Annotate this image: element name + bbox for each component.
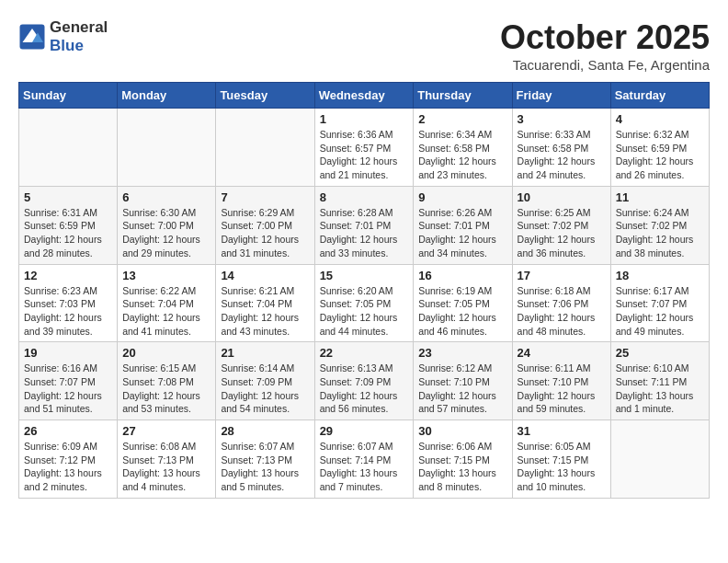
day-info: Sunrise: 6:18 AM Sunset: 7:06 PM Dayligh… [518,284,606,339]
calendar-cell: 8Sunrise: 6:28 AM Sunset: 7:01 PM Daylig… [314,186,414,264]
calendar-cell: 29Sunrise: 6:07 AM Sunset: 7:14 PM Dayli… [314,420,414,499]
calendar-cell: 15Sunrise: 6:20 AM Sunset: 7:05 PM Dayli… [314,264,414,342]
day-info: Sunrise: 6:15 AM Sunset: 7:08 PM Dayligh… [122,362,210,416]
day-number: 15 [320,269,409,282]
day-number: 24 [518,346,606,360]
logo-blue: Blue [50,37,84,54]
calendar-cell: 4Sunrise: 6:32 AM Sunset: 6:59 PM Daylig… [610,109,709,187]
logo-icon [18,23,46,51]
calendar-cell: 13Sunrise: 6:22 AM Sunset: 7:04 PM Dayli… [118,264,216,342]
day-number: 10 [518,190,606,204]
day-info: Sunrise: 6:23 AM Sunset: 7:03 PM Dayligh… [24,284,112,339]
day-info: Sunrise: 6:09 AM Sunset: 7:12 PM Dayligh… [24,440,112,494]
title-area: October 2025 Tacuarendi, Santa Fe, Argen… [500,18,710,73]
day-info: Sunrise: 6:17 AM Sunset: 7:07 PM Dayligh… [616,284,704,339]
day-number: 13 [122,269,210,282]
day-number: 2 [418,112,506,126]
calendar-cell: 25Sunrise: 6:10 AM Sunset: 7:11 PM Dayli… [610,342,709,420]
month-title: October 2025 [500,18,710,57]
day-number: 6 [122,190,210,204]
day-info: Sunrise: 6:30 AM Sunset: 7:00 PM Dayligh… [122,206,210,260]
day-number: 30 [418,424,506,438]
day-info: Sunrise: 6:08 AM Sunset: 7:13 PM Dayligh… [122,440,210,494]
calendar-cell: 5Sunrise: 6:31 AM Sunset: 6:59 PM Daylig… [19,186,118,264]
header-thursday: Thursday [414,83,512,109]
header-monday: Monday [118,83,216,109]
day-info: Sunrise: 6:14 AM Sunset: 7:09 PM Dayligh… [221,362,309,416]
day-number: 29 [320,424,409,438]
calendar-cell: 11Sunrise: 6:24 AM Sunset: 7:02 PM Dayli… [610,186,709,264]
day-number: 7 [221,190,309,204]
calendar-cell: 18Sunrise: 6:17 AM Sunset: 7:07 PM Dayli… [610,264,709,342]
day-number: 26 [24,424,112,438]
calendar-cell: 19Sunrise: 6:16 AM Sunset: 7:07 PM Dayli… [19,342,118,420]
calendar-header-row: SundayMondayTuesdayWednesdayThursdayFrid… [19,83,710,109]
day-number: 20 [122,346,210,360]
calendar-week-3: 12Sunrise: 6:23 AM Sunset: 7:03 PM Dayli… [19,264,710,342]
day-info: Sunrise: 6:20 AM Sunset: 7:05 PM Dayligh… [320,284,409,339]
day-info: Sunrise: 6:06 AM Sunset: 7:15 PM Dayligh… [418,440,506,494]
day-number: 16 [418,269,506,282]
calendar-cell: 24Sunrise: 6:11 AM Sunset: 7:10 PM Dayli… [512,342,610,420]
day-number: 9 [418,190,506,204]
day-number: 31 [518,424,606,438]
day-info: Sunrise: 6:36 AM Sunset: 6:57 PM Dayligh… [320,128,409,182]
day-number: 8 [320,190,409,204]
day-number: 3 [518,112,606,126]
calendar-cell: 1Sunrise: 6:36 AM Sunset: 6:57 PM Daylig… [314,109,414,187]
day-info: Sunrise: 6:21 AM Sunset: 7:04 PM Dayligh… [221,284,309,339]
day-info: Sunrise: 6:16 AM Sunset: 7:07 PM Dayligh… [24,362,112,416]
day-number: 21 [221,346,309,360]
header-sunday: Sunday [19,83,118,109]
calendar-cell: 16Sunrise: 6:19 AM Sunset: 7:05 PM Dayli… [414,264,512,342]
day-info: Sunrise: 6:28 AM Sunset: 7:01 PM Dayligh… [320,206,409,260]
location-subtitle: Tacuarendi, Santa Fe, Argentina [500,57,710,73]
calendar-cell: 22Sunrise: 6:13 AM Sunset: 7:09 PM Dayli… [314,342,414,420]
calendar-cell: 28Sunrise: 6:07 AM Sunset: 7:13 PM Dayli… [216,420,314,499]
calendar-cell: 30Sunrise: 6:06 AM Sunset: 7:15 PM Dayli… [414,420,512,499]
header-tuesday: Tuesday [216,83,314,109]
day-number: 4 [616,112,704,126]
calendar-cell: 17Sunrise: 6:18 AM Sunset: 7:06 PM Dayli… [512,264,610,342]
day-number: 18 [616,269,704,282]
day-number: 17 [518,269,606,282]
day-number: 11 [616,190,704,204]
calendar-cell: 6Sunrise: 6:30 AM Sunset: 7:00 PM Daylig… [118,186,216,264]
day-number: 25 [616,346,704,360]
day-info: Sunrise: 6:12 AM Sunset: 7:10 PM Dayligh… [418,362,506,416]
calendar-cell: 21Sunrise: 6:14 AM Sunset: 7:09 PM Dayli… [216,342,314,420]
calendar-cell [610,420,709,499]
day-number: 22 [320,346,409,360]
calendar-cell: 14Sunrise: 6:21 AM Sunset: 7:04 PM Dayli… [216,264,314,342]
day-info: Sunrise: 6:34 AM Sunset: 6:58 PM Dayligh… [418,128,506,182]
logo: General Blue [18,18,108,55]
day-number: 28 [221,424,309,438]
logo-general: General [50,18,108,36]
calendar-cell: 27Sunrise: 6:08 AM Sunset: 7:13 PM Dayli… [118,420,216,499]
day-info: Sunrise: 6:11 AM Sunset: 7:10 PM Dayligh… [518,362,606,416]
calendar-cell: 12Sunrise: 6:23 AM Sunset: 7:03 PM Dayli… [19,264,118,342]
day-number: 23 [418,346,506,360]
day-info: Sunrise: 6:32 AM Sunset: 6:59 PM Dayligh… [616,128,704,182]
calendar-week-1: 1Sunrise: 6:36 AM Sunset: 6:57 PM Daylig… [19,109,710,187]
day-info: Sunrise: 6:13 AM Sunset: 7:09 PM Dayligh… [320,362,409,416]
day-info: Sunrise: 6:07 AM Sunset: 7:14 PM Dayligh… [320,440,409,494]
day-info: Sunrise: 6:05 AM Sunset: 7:15 PM Dayligh… [518,440,606,494]
day-info: Sunrise: 6:33 AM Sunset: 6:58 PM Dayligh… [518,128,606,182]
day-number: 1 [320,112,409,126]
calendar-cell: 31Sunrise: 6:05 AM Sunset: 7:15 PM Dayli… [512,420,610,499]
day-number: 19 [24,346,112,360]
calendar-cell: 20Sunrise: 6:15 AM Sunset: 7:08 PM Dayli… [118,342,216,420]
day-info: Sunrise: 6:26 AM Sunset: 7:01 PM Dayligh… [418,206,506,260]
header-friday: Friday [512,83,610,109]
day-info: Sunrise: 6:10 AM Sunset: 7:11 PM Dayligh… [616,362,704,416]
calendar-table: SundayMondayTuesdayWednesdayThursdayFrid… [18,82,710,499]
calendar-cell [216,109,314,187]
day-info: Sunrise: 6:07 AM Sunset: 7:13 PM Dayligh… [221,440,309,494]
day-info: Sunrise: 6:25 AM Sunset: 7:02 PM Dayligh… [518,206,606,260]
day-info: Sunrise: 6:22 AM Sunset: 7:04 PM Dayligh… [122,284,210,339]
day-info: Sunrise: 6:29 AM Sunset: 7:00 PM Dayligh… [221,206,309,260]
calendar-cell: 7Sunrise: 6:29 AM Sunset: 7:00 PM Daylig… [216,186,314,264]
calendar-cell: 3Sunrise: 6:33 AM Sunset: 6:58 PM Daylig… [512,109,610,187]
day-number: 14 [221,269,309,282]
